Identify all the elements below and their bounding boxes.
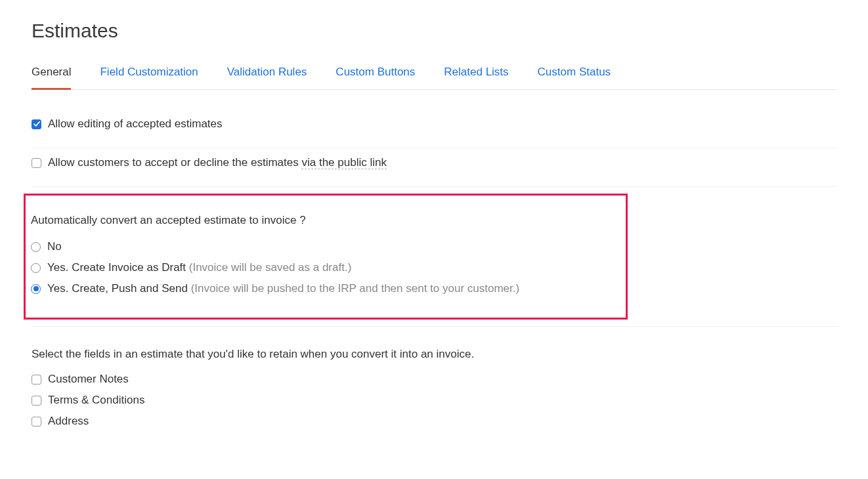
checkbox-row-address[interactable]: Address xyxy=(32,411,836,432)
section-allow-public: Allow customers to accept or decline the… xyxy=(32,148,836,187)
tab-related-lists[interactable]: Related Lists xyxy=(444,66,508,89)
tab-field-customization[interactable]: Field Customization xyxy=(100,66,198,89)
radio-draft[interactable] xyxy=(31,263,41,273)
section-retain: Select the fields in an estimate that yo… xyxy=(32,327,836,446)
page-title: Estimates xyxy=(32,20,836,42)
checkbox-customer-notes[interactable] xyxy=(32,375,41,385)
checkbox-address[interactable] xyxy=(32,417,41,427)
checkbox-label-allow-edit: Allow editing of accepted estimates xyxy=(48,117,223,131)
checkbox-allow-public[interactable] xyxy=(32,158,41,168)
radio-hint-draft: (Invoice will be saved as a draft.) xyxy=(189,261,352,274)
label-dotted-link: via the public link xyxy=(301,156,386,169)
radio-row-no[interactable]: No xyxy=(31,236,620,257)
retain-label: Select the fields in an estimate that yo… xyxy=(32,348,836,361)
radio-row-draft[interactable]: Yes. Create Invoice as Draft (Invoice wi… xyxy=(31,257,620,278)
check-icon xyxy=(33,121,40,127)
radio-label-push-send-text: Yes. Create, Push and Send xyxy=(47,282,191,295)
tab-general[interactable]: General xyxy=(32,66,71,90)
label-prefix: Allow customers to accept or decline the… xyxy=(48,156,301,169)
radio-no[interactable] xyxy=(31,242,41,252)
checkbox-row-terms[interactable]: Terms & Conditions xyxy=(32,390,836,411)
tab-custom-buttons[interactable]: Custom Buttons xyxy=(336,66,415,89)
checkbox-label-customer-notes: Customer Notes xyxy=(48,373,129,386)
tab-bar: General Field Customization Validation R… xyxy=(32,66,836,90)
checkbox-row-allow-public[interactable]: Allow customers to accept or decline the… xyxy=(32,154,836,172)
retain-field-list: Customer Notes Terms & Conditions Addres… xyxy=(32,369,836,432)
radio-push-send[interactable] xyxy=(31,284,41,294)
checkbox-label-allow-public: Allow customers to accept or decline the… xyxy=(48,156,387,169)
radio-row-push-send[interactable]: Yes. Create, Push and Send (Invoice will… xyxy=(31,278,620,299)
checkbox-row-allow-edit[interactable]: Allow editing of accepted estimates xyxy=(32,115,836,133)
radio-hint-push-send: (Invoice will be pushed to the IRP and t… xyxy=(191,282,520,295)
checkbox-terms[interactable] xyxy=(32,396,41,406)
checkbox-allow-edit[interactable] xyxy=(32,119,41,129)
section-allow-edit: Allow editing of accepted estimates xyxy=(32,110,836,148)
convert-question: Automatically convert an accepted estima… xyxy=(31,214,620,227)
checkbox-row-customer-notes[interactable]: Customer Notes xyxy=(32,369,836,390)
checkbox-label-address: Address xyxy=(48,415,89,428)
tab-custom-status[interactable]: Custom Status xyxy=(538,66,611,89)
highlight-box: Automatically convert an accepted estima… xyxy=(24,194,628,320)
radio-label-draft: Yes. Create Invoice as Draft (Invoice wi… xyxy=(47,261,351,274)
tab-validation-rules[interactable]: Validation Rules xyxy=(227,66,307,89)
radio-label-no: No xyxy=(47,240,62,253)
radio-label-draft-text: Yes. Create Invoice as Draft xyxy=(47,261,189,274)
section-convert: Automatically convert an accepted estima… xyxy=(32,194,836,327)
radio-label-push-send: Yes. Create, Push and Send (Invoice will… xyxy=(47,282,519,295)
checkbox-label-terms: Terms & Conditions xyxy=(48,394,144,407)
